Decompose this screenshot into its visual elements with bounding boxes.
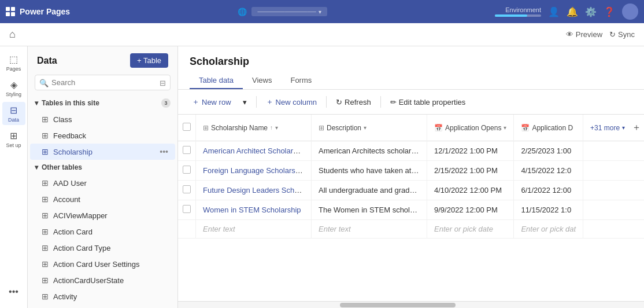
- avatar[interactable]: [622, 3, 638, 20]
- th-more-cols: +31 more ▾ ＋: [583, 115, 644, 141]
- class-table-icon: ⊞: [42, 115, 49, 124]
- scholarship-name-link[interactable]: Foreign Language Scholarship: [203, 166, 305, 175]
- row-checkbox[interactable]: [183, 166, 191, 174]
- activity-icon: ⊞: [42, 292, 49, 301]
- row-4-checkbox: [178, 200, 196, 220]
- refresh-button[interactable]: ↻ Refresh: [331, 96, 376, 109]
- sync-button[interactable]: ↻ Sync: [609, 30, 635, 39]
- sidebar-item-scholarship[interactable]: ⊞ Scholarship •••: [30, 144, 175, 160]
- row-dropdown-button[interactable]: ▾: [238, 96, 251, 109]
- table-row-placeholder: Enter text Enter text Enter or pick date…: [178, 220, 644, 239]
- edit-properties-button[interactable]: ✏ Edit table properties: [386, 96, 471, 109]
- tab-table-data[interactable]: Table data: [190, 72, 243, 89]
- header-checkbox[interactable]: [183, 123, 191, 131]
- scrollbar-thumb[interactable]: [340, 303, 456, 307]
- row-2-app-deadline: 4/15/2022 12:0: [514, 161, 583, 181]
- sidebar-item-aad-user[interactable]: ⊞ AAD User: [30, 175, 175, 191]
- edit-icon: ✏: [390, 98, 397, 107]
- help-icon[interactable]: ❓: [604, 6, 615, 17]
- account-icon: ⊞: [42, 195, 49, 204]
- table-row: Future Design Leaders Scholarship All un…: [178, 181, 644, 200]
- app-opens-col-dropdown[interactable]: ▾: [504, 124, 506, 131]
- rail-item-pages[interactable]: ⬚ Pages: [2, 51, 25, 74]
- scholarship-name-link[interactable]: Women in STEM Scholarship: [203, 206, 301, 214]
- action-card-type-icon: ⊞: [42, 243, 49, 252]
- add-table-button[interactable]: + Table: [130, 53, 168, 68]
- more-cols-chevron[interactable]: ▾: [622, 124, 625, 131]
- content-header: Scholarship Table data Views Forms: [178, 46, 644, 90]
- rail-item-data[interactable]: ⊟ Data: [2, 102, 25, 125]
- scholarship-name-link[interactable]: American Architect Scholarship: [203, 146, 307, 155]
- content-tabs: Table data Views Forms: [190, 72, 632, 89]
- environment-label: Environment: [505, 6, 541, 13]
- add-column-button[interactable]: ＋: [627, 119, 644, 136]
- url-bar[interactable]: ───────────── ▾: [251, 7, 327, 16]
- row-2-scholarship-name: Foreign Language Scholarship: [196, 161, 312, 181]
- placeholder-name[interactable]: Enter text: [196, 220, 312, 239]
- environment-bar: [495, 14, 541, 17]
- pages-icon: ⬚: [9, 54, 18, 65]
- row-1-scholarship-name: American Architect Scholarship: [196, 141, 312, 161]
- sidebar-item-class[interactable]: ⊞ Class: [30, 111, 175, 127]
- settings-icon[interactable]: ⚙️: [585, 6, 597, 17]
- sidebar-item-activity-file-attachment[interactable]: ⊞ Activity File Attachment: [30, 305, 175, 308]
- sidebar-item-aciviewmapper[interactable]: ⊞ ACIViewMapper: [30, 207, 175, 223]
- sidebar-title: Data: [37, 56, 57, 66]
- description-col-dropdown[interactable]: ▾: [364, 124, 367, 131]
- sidebar-item-actioncarduserstate[interactable]: ⊞ ActionCardUserState: [30, 272, 175, 288]
- user-icon[interactable]: 👤: [548, 6, 560, 17]
- app-opens-col-icon: 📅: [434, 124, 443, 132]
- app-name: Power Pages: [20, 7, 70, 16]
- rail-item-setup[interactable]: ⊞ Set up: [2, 127, 25, 151]
- scholarship-more-icon[interactable]: •••: [160, 147, 168, 156]
- new-row-button[interactable]: ＋ New row: [187, 94, 236, 109]
- rail-item-styling[interactable]: ◈ Styling: [2, 76, 25, 100]
- tables-in-site-header[interactable]: ▾ Tables in this site 3: [28, 95, 177, 111]
- rail-item-more[interactable]: •••: [2, 280, 25, 303]
- sidebar-item-account[interactable]: ⊞ Account: [30, 191, 175, 207]
- data-table: ⊞ Scholarship Name ↑ ▾ ⊞ Description ▾: [178, 115, 644, 239]
- preview-button[interactable]: 👁 Preview: [566, 30, 602, 39]
- tables-in-site-label: Tables in this site: [42, 99, 99, 107]
- other-tables-header[interactable]: ▾ Other tables: [28, 160, 177, 175]
- sync-label: Sync: [618, 30, 635, 39]
- row-4-app-deadline: 11/15/2022 1:0: [514, 200, 583, 220]
- sort-asc-icon[interactable]: ↑: [270, 124, 273, 131]
- sidebar-header: Data + Table: [28, 46, 177, 72]
- row-2-extra: [583, 161, 644, 181]
- row-checkbox[interactable]: [183, 146, 191, 154]
- th-description: ⊞ Description ▾: [312, 115, 427, 141]
- sidebar-item-feedback[interactable]: ⊞ Feedback: [30, 127, 175, 144]
- filter-icon[interactable]: ⊟: [160, 78, 166, 87]
- scholarship-col-dropdown[interactable]: ▾: [275, 124, 278, 131]
- horizontal-scrollbar[interactable]: [178, 301, 644, 308]
- placeholder-app-opens[interactable]: Enter or pick date: [427, 220, 514, 239]
- sidebar-item-activity[interactable]: ⊞ Activity: [30, 288, 175, 305]
- tab-forms[interactable]: Forms: [281, 72, 321, 89]
- tab-views[interactable]: Views: [243, 72, 281, 89]
- icon-rail: ⬚ Pages ◈ Styling ⊟ Data ⊞ Set up •••: [0, 46, 28, 308]
- home-icon[interactable]: ⌂: [9, 28, 16, 41]
- aciviewmapper-icon: ⊞: [42, 211, 49, 220]
- notification-icon[interactable]: 🔔: [567, 6, 578, 17]
- sidebar-item-action-card-type[interactable]: ⊞ Action Card Type: [30, 240, 175, 256]
- row-checkbox[interactable]: [183, 205, 191, 213]
- placeholder-app-deadline[interactable]: Enter or pick dat: [514, 220, 583, 239]
- table-row: American Architect Scholarship American …: [178, 141, 644, 161]
- new-column-button[interactable]: ＋ New column: [261, 94, 322, 109]
- row-4-scholarship-name: Women in STEM Scholarship: [196, 200, 312, 220]
- topnav-center: 🌐 ───────────── ▾: [70, 7, 495, 16]
- more-icon: •••: [9, 287, 18, 297]
- new-row-plus-icon: ＋: [192, 97, 199, 107]
- scholarship-name-link[interactable]: Future Design Leaders Scholarship: [203, 186, 312, 195]
- sidebar-item-action-card-user-settings[interactable]: ⊞ Action Card User Settings: [30, 256, 175, 272]
- sidebar-item-action-card[interactable]: ⊞ Action Card: [30, 223, 175, 240]
- placeholder-extra: [583, 220, 644, 239]
- placeholder-description[interactable]: Enter text: [312, 220, 427, 239]
- row-checkbox[interactable]: [183, 185, 191, 193]
- row-1-app-deadline: 2/25/2023 1:00: [514, 141, 583, 161]
- preview-eye-icon: 👁: [566, 30, 573, 39]
- search-input[interactable]: [35, 75, 171, 90]
- row-3-extra: [583, 181, 644, 200]
- toolbar-divider-3: [380, 96, 381, 108]
